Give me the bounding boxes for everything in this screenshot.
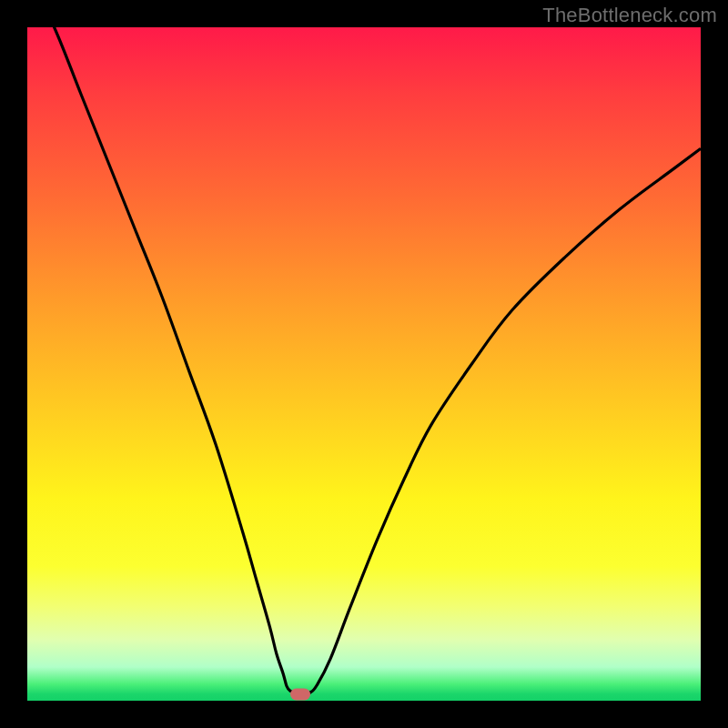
curve-path (27, 27, 701, 694)
chart-frame: TheBottleneck.com (0, 0, 728, 728)
bottleneck-curve (27, 27, 701, 701)
optimum-marker (290, 688, 310, 700)
watermark-text: TheBottleneck.com (542, 4, 717, 27)
plot-area (27, 27, 701, 701)
